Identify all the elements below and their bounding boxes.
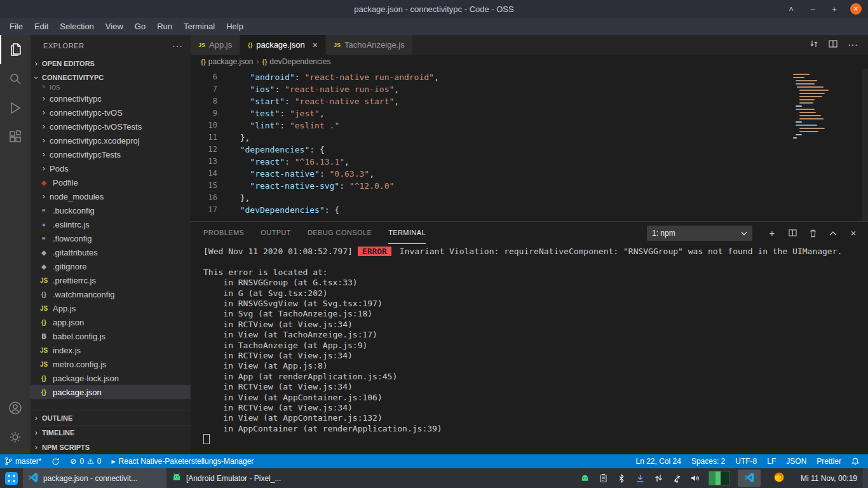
taskbar-vscode-task[interactable]: package.json - connectivit... [23, 468, 166, 488]
tree-item-flowconfig[interactable]: ≡.flowconfig [31, 231, 191, 245]
tab-app-js[interactable]: JSApp.js [191, 35, 240, 55]
status-cursor-position[interactable]: Ln 22, Col 24 [631, 454, 686, 468]
menu-go[interactable]: Go [129, 18, 151, 35]
status-rn-packager[interactable]: ▸React Native-Paketerstellungs-Manager [107, 454, 259, 468]
code-editor[interactable]: 6 "android": "react-native run-android",… [191, 69, 868, 221]
tree-item-watchmanconfig[interactable]: {}.watchmanconfig [31, 287, 191, 301]
tree-item-connectivitypc-tvos[interactable]: ›connectivitypc-tvOS [31, 105, 191, 119]
close-icon[interactable]: × [850, 3, 862, 15]
tray-devices-icon[interactable] [671, 473, 682, 484]
close-tab-icon[interactable]: × [313, 40, 318, 50]
tree-item-index-js[interactable]: JSindex.js [31, 343, 191, 357]
tree-item-label: connectivitypcTests [50, 150, 121, 159]
panel-tab-problems[interactable]: PROBLEMS [203, 222, 244, 244]
tray-clipboard-icon[interactable] [597, 473, 609, 484]
tray-volume-icon[interactable] [689, 473, 701, 484]
tree-item-gitattributes[interactable]: ◆.gitattributes [31, 245, 191, 259]
menu-run[interactable]: Run [151, 18, 178, 35]
tree-item-buckconfig[interactable]: ≡.buckconfig [31, 203, 191, 217]
section-timeline[interactable]: ›TIMELINE [31, 425, 191, 440]
status-indentation[interactable]: Spaces: 2 [686, 454, 730, 468]
panel-tab-output[interactable]: OUTPUT [261, 222, 291, 244]
menu-view[interactable]: View [100, 18, 129, 35]
status-formatter[interactable]: Prettier [811, 454, 846, 468]
menu-edit[interactable]: Edit [29, 18, 54, 35]
run-debug-icon[interactable] [0, 93, 31, 123]
tree-item-ios[interactable]: ›ios [31, 85, 191, 92]
open-changes-icon[interactable] [810, 39, 818, 51]
tray-firefox-window[interactable] [768, 470, 790, 487]
breadcrumb-item-package-json[interactable]: {}package.json [201, 57, 254, 66]
status-git-branch[interactable]: master* [0, 454, 46, 468]
status-sync-status[interactable] [46, 454, 65, 468]
open-editors-section[interactable]: › OPEN EDITORS [31, 57, 191, 71]
tree-item-podfile[interactable]: ◆Podfile [31, 175, 191, 189]
project-root-section[interactable]: › CONNECTIVITYPC [31, 71, 191, 85]
tree-item-babel-config-js[interactable]: Bbabel.config.js [31, 329, 191, 343]
tree-item-node-modules[interactable]: ›node_modules [31, 189, 191, 203]
status-language-mode[interactable]: JSON [781, 454, 811, 468]
status-eol[interactable]: LF [762, 454, 781, 468]
tab-package-json[interactable]: {}package.json× [240, 35, 326, 55]
tree-item-app-json[interactable]: {}app.json [31, 315, 191, 329]
more-actions-icon[interactable]: ··· [848, 39, 858, 51]
search-icon[interactable] [0, 64, 31, 93]
tab-tachoanzeige-js[interactable]: JSTachoAnzeige.js [326, 35, 413, 55]
status-notifications[interactable] [846, 454, 864, 468]
account-icon[interactable] [0, 393, 31, 423]
more-actions-icon[interactable]: ··· [172, 41, 183, 51]
tray-emulator-window[interactable] [708, 470, 731, 487]
tray-vscode-window[interactable] [738, 470, 761, 487]
tree-item-package-json[interactable]: {}package.json [31, 385, 191, 399]
terminal-selector[interactable]: 1: npm [647, 226, 752, 241]
extensions-icon[interactable] [0, 123, 31, 152]
keep-above-icon[interactable]: ˄ [785, 3, 797, 15]
tree-item-eslintrc-js[interactable]: ●.eslintrc.js [31, 217, 191, 231]
panel-tab-terminal[interactable]: TERMINAL [388, 222, 426, 244]
clock[interactable]: Mi 11 Nov, 00:19 [794, 474, 864, 483]
tree-item-app-js[interactable]: JSApp.js [31, 301, 191, 315]
editor-scrollbar[interactable] [862, 69, 868, 221]
tree-item-gitignore[interactable]: ◆.gitignore [31, 259, 191, 273]
tree-item-prettierrc-js[interactable]: JS.prettierrc.js [31, 273, 191, 287]
tree-item-connectivitypc-tvostests[interactable]: ›connectivitypc-tvOSTests [31, 119, 191, 133]
terminal-output[interactable]: [Wed Nov 11 2020 01:08:52.797]ERROR Inva… [191, 244, 868, 454]
kill-terminal-icon[interactable] [807, 227, 818, 239]
panel-tab-debug-console[interactable]: DEBUG CONSOLE [308, 222, 372, 244]
app-launcher-button[interactable] [0, 468, 23, 488]
tree-item-connectivitypctests[interactable]: ›connectivitypcTests [31, 147, 191, 161]
tree-item-metro-config-js[interactable]: JSmetro.config.js [31, 357, 191, 371]
menu-selection[interactable]: Selection [54, 18, 99, 35]
tree-item-package-lock-json[interactable]: {}package-lock.json [31, 371, 191, 385]
maximize-icon[interactable]: + [829, 3, 840, 15]
tree-item-pods[interactable]: ›Pods [31, 161, 191, 175]
tray-updates-icon[interactable] [634, 473, 646, 484]
tray-bluetooth-icon[interactable] [616, 473, 627, 484]
status-problems[interactable]: ⊘0⚠0 [65, 454, 106, 468]
menu-help[interactable]: Help [220, 18, 249, 35]
minimap[interactable] [793, 69, 860, 221]
settings-gear-icon[interactable] [0, 423, 31, 452]
maximize-panel-icon[interactable] [827, 227, 839, 239]
tree-item-connectivitypc[interactable]: ›connectivitypc [31, 92, 191, 105]
menu-terminal[interactable]: Terminal [178, 18, 220, 35]
error-badge: ERROR [358, 247, 391, 256]
new-terminal-icon[interactable]: + [766, 227, 778, 239]
status-encoding[interactable]: UTF-8 [730, 454, 762, 468]
show-desktop-button[interactable] [864, 468, 868, 488]
code-text: "android": "react-native run-android", [230, 71, 439, 83]
close-panel-icon[interactable]: × [848, 227, 859, 239]
minimize-icon[interactable]: – [807, 3, 818, 15]
tray-network-icon[interactable] [653, 473, 664, 484]
tree-item-connectivitypc-xcodeproj[interactable]: ›connectivitypc.xcodeproj [31, 133, 191, 147]
breadcrumb-item-devdependencies[interactable]: {}devDependencies [262, 57, 331, 66]
taskbar-emulator-task[interactable]: [Android Emulator - Pixel_... [166, 468, 310, 488]
tray-android-icon[interactable] [579, 473, 590, 484]
section-outline[interactable]: ›OUTLINE [31, 410, 191, 425]
status-label: LF [767, 457, 776, 466]
split-editor-icon[interactable] [829, 39, 837, 51]
section-npm-scripts[interactable]: ›NPM SCRIPTS [31, 440, 191, 454]
split-terminal-icon[interactable] [787, 227, 798, 239]
menu-file[interactable]: File [4, 18, 29, 35]
explorer-icon[interactable] [0, 35, 31, 64]
